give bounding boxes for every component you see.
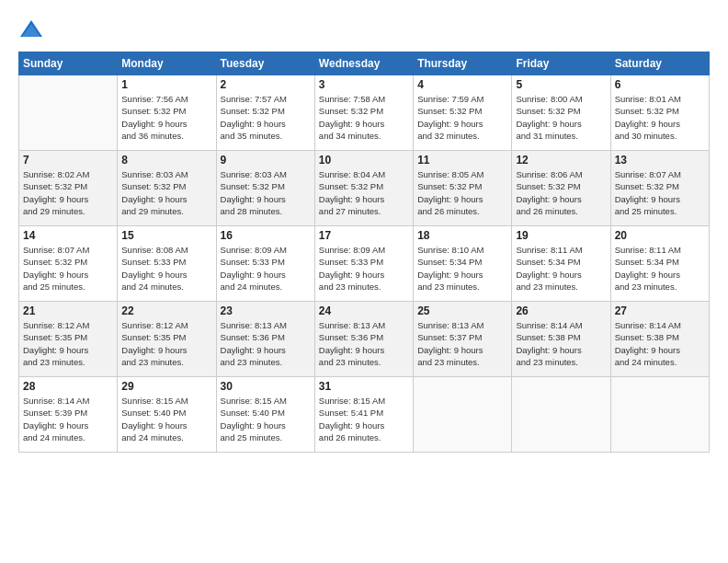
day-info: Sunrise: 8:14 AM Sunset: 5:38 PM Dayligh… [516, 319, 606, 368]
calendar-week-row: 21Sunrise: 8:12 AM Sunset: 5:35 PM Dayli… [19, 302, 710, 377]
calendar-cell: 22Sunrise: 8:12 AM Sunset: 5:35 PM Dayli… [118, 302, 216, 377]
day-number: 12 [516, 154, 606, 167]
day-info: Sunrise: 8:05 AM Sunset: 5:32 PM Dayligh… [417, 168, 507, 217]
calendar-cell: 28Sunrise: 8:14 AM Sunset: 5:39 PM Dayli… [19, 377, 118, 453]
day-number: 30 [221, 380, 311, 393]
day-info: Sunrise: 8:15 AM Sunset: 5:40 PM Dayligh… [121, 395, 211, 443]
calendar-cell: 24Sunrise: 8:13 AM Sunset: 5:36 PM Dayli… [314, 302, 413, 377]
day-number: 25 [417, 304, 507, 317]
day-info: Sunrise: 8:13 AM Sunset: 5:36 PM Dayligh… [319, 319, 409, 368]
day-number: 21 [23, 304, 113, 317]
calendar-cell: 31Sunrise: 8:15 AM Sunset: 5:41 PM Dayli… [314, 377, 413, 453]
weekday-header-sunday: Sunday [19, 52, 118, 75]
day-number: 16 [221, 229, 311, 242]
day-info: Sunrise: 8:14 AM Sunset: 5:39 PM Dayligh… [23, 395, 113, 443]
calendar-cell: 21Sunrise: 8:12 AM Sunset: 5:35 PM Dayli… [19, 302, 118, 377]
page: SundayMondayTuesdayWednesdayThursdayFrid… [0, 0, 728, 563]
calendar-cell: 12Sunrise: 8:06 AM Sunset: 5:32 PM Dayli… [512, 151, 610, 226]
day-number: 14 [23, 229, 113, 242]
day-info: Sunrise: 8:04 AM Sunset: 5:32 PM Dayligh… [319, 168, 409, 217]
calendar: SundayMondayTuesdayWednesdayThursdayFrid… [18, 52, 710, 453]
calendar-cell: 6Sunrise: 8:01 AM Sunset: 5:32 PM Daylig… [610, 75, 709, 151]
day-number: 10 [319, 154, 409, 167]
calendar-cell: 30Sunrise: 8:15 AM Sunset: 5:40 PM Dayli… [216, 377, 314, 453]
calendar-cell: 8Sunrise: 8:03 AM Sunset: 5:32 PM Daylig… [118, 151, 216, 226]
day-number: 31 [319, 380, 409, 393]
calendar-week-row: 7Sunrise: 8:02 AM Sunset: 5:32 PM Daylig… [19, 151, 710, 226]
day-number: 28 [23, 380, 113, 393]
day-number: 22 [121, 304, 211, 317]
day-number: 23 [221, 304, 311, 317]
day-number: 11 [417, 154, 507, 167]
day-info: Sunrise: 8:03 AM Sunset: 5:32 PM Dayligh… [221, 168, 311, 217]
day-info: Sunrise: 8:08 AM Sunset: 5:33 PM Dayligh… [121, 244, 211, 293]
day-info: Sunrise: 8:14 AM Sunset: 5:38 PM Dayligh… [615, 319, 705, 368]
day-info: Sunrise: 7:58 AM Sunset: 5:32 PM Dayligh… [319, 93, 409, 142]
calendar-cell: 10Sunrise: 8:04 AM Sunset: 5:32 PM Dayli… [314, 151, 413, 226]
calendar-cell: 25Sunrise: 8:13 AM Sunset: 5:37 PM Dayli… [414, 302, 512, 377]
day-info: Sunrise: 8:02 AM Sunset: 5:32 PM Dayligh… [23, 168, 113, 217]
calendar-cell: 13Sunrise: 8:07 AM Sunset: 5:32 PM Dayli… [610, 151, 709, 226]
calendar-cell: 14Sunrise: 8:07 AM Sunset: 5:32 PM Dayli… [19, 226, 118, 302]
day-number: 5 [516, 78, 606, 91]
day-number: 20 [615, 229, 705, 242]
day-number: 18 [417, 229, 507, 242]
day-info: Sunrise: 8:06 AM Sunset: 5:32 PM Dayligh… [516, 168, 606, 217]
day-info: Sunrise: 8:12 AM Sunset: 5:35 PM Dayligh… [23, 319, 113, 368]
calendar-cell: 23Sunrise: 8:13 AM Sunset: 5:36 PM Dayli… [216, 302, 314, 377]
day-info: Sunrise: 7:57 AM Sunset: 5:32 PM Dayligh… [221, 93, 311, 142]
calendar-cell: 20Sunrise: 8:11 AM Sunset: 5:34 PM Dayli… [610, 226, 709, 302]
calendar-week-row: 14Sunrise: 8:07 AM Sunset: 5:32 PM Dayli… [19, 226, 710, 302]
day-info: Sunrise: 7:59 AM Sunset: 5:32 PM Dayligh… [417, 93, 507, 142]
day-info: Sunrise: 8:15 AM Sunset: 5:40 PM Dayligh… [221, 395, 311, 443]
weekday-header-tuesday: Tuesday [216, 52, 314, 75]
day-number: 27 [615, 304, 705, 317]
day-info: Sunrise: 8:10 AM Sunset: 5:34 PM Dayligh… [417, 244, 507, 293]
day-info: Sunrise: 8:12 AM Sunset: 5:35 PM Dayligh… [121, 319, 211, 368]
calendar-cell: 17Sunrise: 8:09 AM Sunset: 5:33 PM Dayli… [314, 226, 413, 302]
calendar-cell: 5Sunrise: 8:00 AM Sunset: 5:32 PM Daylig… [512, 75, 610, 151]
weekday-header-monday: Monday [118, 52, 216, 75]
day-info: Sunrise: 8:15 AM Sunset: 5:41 PM Dayligh… [319, 395, 409, 443]
day-info: Sunrise: 8:13 AM Sunset: 5:36 PM Dayligh… [221, 319, 311, 368]
calendar-cell [414, 377, 512, 453]
day-number: 6 [615, 78, 705, 91]
calendar-cell: 26Sunrise: 8:14 AM Sunset: 5:38 PM Dayli… [512, 302, 610, 377]
calendar-cell: 11Sunrise: 8:05 AM Sunset: 5:32 PM Dayli… [414, 151, 512, 226]
calendar-cell [512, 377, 610, 453]
day-number: 3 [319, 78, 409, 91]
day-number: 7 [23, 154, 113, 167]
calendar-cell: 2Sunrise: 7:57 AM Sunset: 5:32 PM Daylig… [216, 75, 314, 151]
calendar-cell: 4Sunrise: 7:59 AM Sunset: 5:32 PM Daylig… [414, 75, 512, 151]
header [18, 17, 710, 42]
day-info: Sunrise: 8:13 AM Sunset: 5:37 PM Dayligh… [417, 319, 507, 368]
weekday-header-wednesday: Wednesday [314, 52, 413, 75]
weekday-header-saturday: Saturday [610, 52, 709, 75]
day-info: Sunrise: 8:00 AM Sunset: 5:32 PM Dayligh… [516, 93, 606, 142]
day-info: Sunrise: 8:03 AM Sunset: 5:32 PM Dayligh… [121, 168, 211, 217]
day-info: Sunrise: 8:11 AM Sunset: 5:34 PM Dayligh… [516, 244, 606, 293]
day-info: Sunrise: 8:11 AM Sunset: 5:34 PM Dayligh… [615, 244, 705, 293]
calendar-cell: 16Sunrise: 8:09 AM Sunset: 5:33 PM Dayli… [216, 226, 314, 302]
calendar-cell: 3Sunrise: 7:58 AM Sunset: 5:32 PM Daylig… [314, 75, 413, 151]
day-number: 8 [121, 154, 211, 167]
day-info: Sunrise: 7:56 AM Sunset: 5:32 PM Dayligh… [121, 93, 211, 142]
calendar-week-row: 28Sunrise: 8:14 AM Sunset: 5:39 PM Dayli… [19, 377, 710, 453]
calendar-week-row: 1Sunrise: 7:56 AM Sunset: 5:32 PM Daylig… [19, 75, 710, 151]
calendar-cell: 18Sunrise: 8:10 AM Sunset: 5:34 PM Dayli… [414, 226, 512, 302]
day-number: 17 [319, 229, 409, 242]
day-info: Sunrise: 8:01 AM Sunset: 5:32 PM Dayligh… [615, 93, 705, 142]
calendar-cell [610, 377, 709, 453]
logo [18, 17, 46, 42]
calendar-cell: 29Sunrise: 8:15 AM Sunset: 5:40 PM Dayli… [118, 377, 216, 453]
day-number: 4 [417, 78, 507, 91]
day-number: 1 [121, 78, 211, 91]
day-number: 29 [121, 380, 211, 393]
day-number: 2 [221, 78, 311, 91]
logo-icon [18, 17, 44, 42]
day-number: 9 [221, 154, 311, 167]
calendar-cell [19, 75, 118, 151]
weekday-header-row: SundayMondayTuesdayWednesdayThursdayFrid… [19, 52, 710, 75]
weekday-header-friday: Friday [512, 52, 610, 75]
calendar-cell: 9Sunrise: 8:03 AM Sunset: 5:32 PM Daylig… [216, 151, 314, 226]
